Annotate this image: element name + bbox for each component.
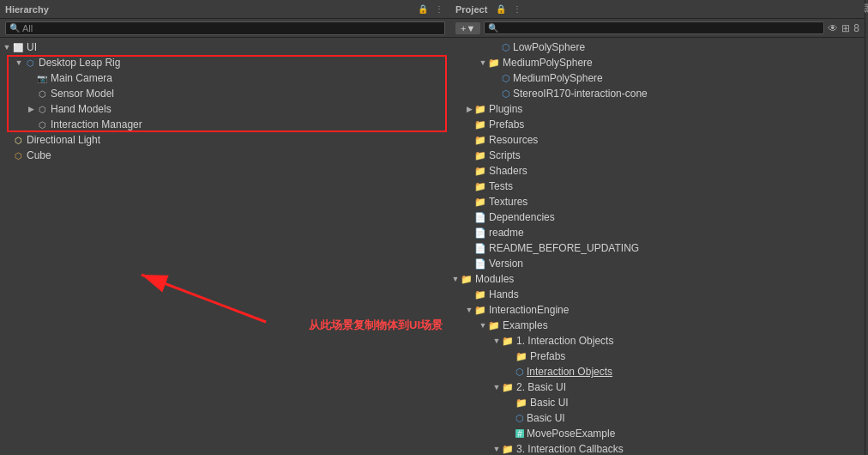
proj-item-hands[interactable]: 📁 Hands [450, 287, 865, 302]
proj-item-stereolr170[interactable]: ⬡ StereoIR170-interaction-cone [450, 86, 865, 101]
3-interaction-callbacks-icon: 📁 [502, 444, 514, 455]
proj-item-textures[interactable]: 📁 Textures [450, 194, 865, 209]
proj-item-interaction-engine[interactable]: ▼ 📁 InteractionEngine [450, 302, 865, 318]
hierarchy-search-input[interactable]: 🔍 All [5, 21, 445, 35]
proj-item-basic-ui-folder[interactable]: 📁 Basic UI [450, 395, 865, 410]
prefabs-label: Prefabs [489, 118, 524, 130]
proj-item-2-basic-ui[interactable]: ▼ 📁 2. Basic UI [450, 379, 865, 395]
inspector-panel: Ins [865, 0, 868, 455]
tree-item-hand-models[interactable]: ▶ ⬡ Hand Models [0, 101, 450, 117]
modules-label: Modules [475, 273, 514, 285]
badge-icon[interactable]: 8 [853, 22, 859, 34]
tree-item-desktop-leap-rig[interactable]: ▼ ⬡ Desktop Leap Rig [0, 55, 450, 70]
project-content[interactable]: ⬡ LowPolySphere ▼ 📁 MediumPolySphere ⬡ M… [450, 38, 865, 455]
hands-label: Hands [489, 288, 519, 300]
proj-item-basic-ui-scene[interactable]: ⬡ Basic UI [450, 410, 865, 426]
proj-item-scripts[interactable]: 📁 Scripts [450, 148, 865, 163]
hierarchy-menu-btn[interactable]: ⋮ [433, 4, 445, 14]
interaction-objects-file-label: Interaction Objects [527, 366, 612, 378]
examples-folder-icon: 📁 [488, 320, 500, 331]
sensor-model-label: Sensor Model [51, 88, 114, 100]
tree-item-sensor-model[interactable]: ⬡ Sensor Model [0, 86, 450, 101]
prefabs-folder-icon: 📁 [474, 119, 486, 130]
1-interaction-objects-label: 1. Interaction Objects [516, 335, 613, 347]
resources-label: Resources [489, 134, 538, 146]
project-lock-btn[interactable]: 🔒 [494, 4, 508, 14]
hierarchy-title: Hierarchy [5, 4, 49, 15]
textures-label: Textures [489, 196, 527, 208]
proj-item-version[interactable]: 📄 Version [450, 256, 865, 271]
dependencies-label: Dependencies [489, 211, 555, 223]
tree-item-interaction-manager[interactable]: ⬡ Interaction Manager [0, 117, 450, 132]
proj-arrow-interaction-engine: ▼ [464, 306, 474, 314]
plugins-folder-icon: 📁 [474, 104, 486, 115]
eye-icon[interactable]: 👁 [828, 22, 838, 34]
project-menu-btn[interactable]: ⋮ [511, 4, 523, 14]
interaction-manager-icon: ⬡ [36, 118, 48, 130]
prefabs-sub-icon: 📁 [515, 351, 527, 362]
main-camera-icon: 📷 [36, 72, 48, 84]
project-search-input[interactable]: 🔍 [484, 21, 824, 34]
search-placeholder-text: All [22, 23, 33, 33]
proj-item-interaction-objects-file[interactable]: ⬡ Interaction Objects [450, 364, 865, 379]
resources-folder-icon: 📁 [474, 135, 486, 146]
proj-item-1-interaction-objects[interactable]: ▼ 📁 1. Interaction Objects [450, 333, 865, 349]
version-icon: 📄 [474, 258, 486, 270]
project-add-button[interactable]: +▼ [455, 22, 480, 34]
basic-ui-folder-icon: 📁 [515, 397, 527, 409]
proj-arrow-1-interaction: ▼ [491, 337, 502, 345]
proj-item-resources[interactable]: 📁 Resources [450, 132, 865, 148]
project-toolbar: +▼ 🔍 👁 ⊞ 8 [450, 19, 865, 38]
hand-models-label: Hand Models [51, 103, 112, 115]
project-title: Project [455, 4, 487, 15]
desktop-leap-rig-icon: ⬡ [24, 57, 36, 69]
medium-poly-sphere-2-label: MediumPolySphere [513, 72, 603, 84]
project-controls: 🔒 ⋮ [494, 4, 523, 14]
proj-item-plugins[interactable]: ▶ 📁 Plugins [450, 101, 865, 117]
proj-item-modules[interactable]: ▼ 📁 Modules [450, 271, 865, 287]
proj-item-readme-before[interactable]: 📄 README_BEFORE_UPDATING [450, 240, 865, 256]
hierarchy-panel: Hierarchy 🔒 ⋮ 🔍 All ▼ ⬜ UI [0, 0, 450, 455]
proj-item-medium-poly-sphere-2[interactable]: ⬡ MediumPolySphere [450, 70, 865, 86]
tree-item-directional-light[interactable]: ⬡ Directional Light [0, 132, 450, 148]
proj-item-medium-poly-sphere[interactable]: ▼ 📁 MediumPolySphere [450, 55, 865, 70]
arrow-ui: ▼ [2, 43, 12, 52]
tree-item-ui[interactable]: ▼ ⬜ UI [0, 39, 450, 55]
cube-icon: ⬡ [12, 149, 24, 161]
proj-arrow-modules: ▼ [450, 275, 461, 283]
tree-item-cube[interactable]: ⬡ Cube [0, 148, 450, 163]
proj-arrow-plugins: ▶ [464, 105, 474, 113]
main-camera-label: Main Camera [51, 72, 112, 84]
readme-label: readme [489, 227, 524, 239]
proj-item-low-poly-sphere[interactable]: ⬡ LowPolySphere [450, 39, 865, 55]
grid-icon[interactable]: ⊞ [841, 22, 850, 34]
proj-item-3-interaction-callbacks[interactable]: ▼ 📁 3. Interaction Callbacks [450, 441, 865, 455]
textures-folder-icon: 📁 [474, 197, 486, 208]
proj-item-prefabs[interactable]: 📁 Prefabs [450, 117, 865, 132]
proj-item-dependencies[interactable]: 📄 Dependencies [450, 209, 865, 225]
scripts-folder-icon: 📁 [474, 150, 486, 161]
readme-icon: 📄 [474, 228, 486, 239]
hierarchy-content[interactable]: ▼ ⬜ UI ▼ ⬡ Desktop Leap Rig 📷 Main [0, 38, 450, 455]
proj-item-prefabs-sub[interactable]: 📁 Prefabs [450, 349, 865, 364]
basic-ui-scene-icon: ⬡ [515, 413, 524, 424]
prefabs-sub-label: Prefabs [530, 350, 565, 362]
hands-folder-icon: 📁 [474, 289, 486, 300]
proj-item-readme[interactable]: 📄 readme [450, 225, 865, 240]
proj-item-tests[interactable]: 📁 Tests [450, 179, 865, 194]
project-panel: Project 🔒 ⋮ +▼ 🔍 👁 ⊞ 8 ⬡ LowP [450, 0, 865, 455]
proj-item-shaders[interactable]: 📁 Shaders [450, 163, 865, 179]
interaction-engine-label: InteractionEngine [489, 304, 569, 316]
inspector-title: Ins [863, 3, 868, 13]
ui-label: UI [27, 41, 37, 53]
2-basic-ui-label: 2. Basic UI [516, 381, 566, 393]
readme-before-icon: 📄 [474, 243, 486, 254]
proj-item-examples[interactable]: ▼ 📁 Examples [450, 318, 865, 333]
tree-item-main-camera[interactable]: 📷 Main Camera [0, 70, 450, 86]
tests-label: Tests [489, 180, 513, 192]
hierarchy-lock-btn[interactable]: 🔒 [416, 4, 430, 14]
move-pose-label: MovePoseExample [527, 428, 615, 440]
proj-item-move-pose[interactable]: # MovePoseExample [450, 426, 865, 441]
search-icon: 🔍 [9, 23, 20, 33]
proj-arrow-medium-poly: ▼ [478, 58, 488, 67]
